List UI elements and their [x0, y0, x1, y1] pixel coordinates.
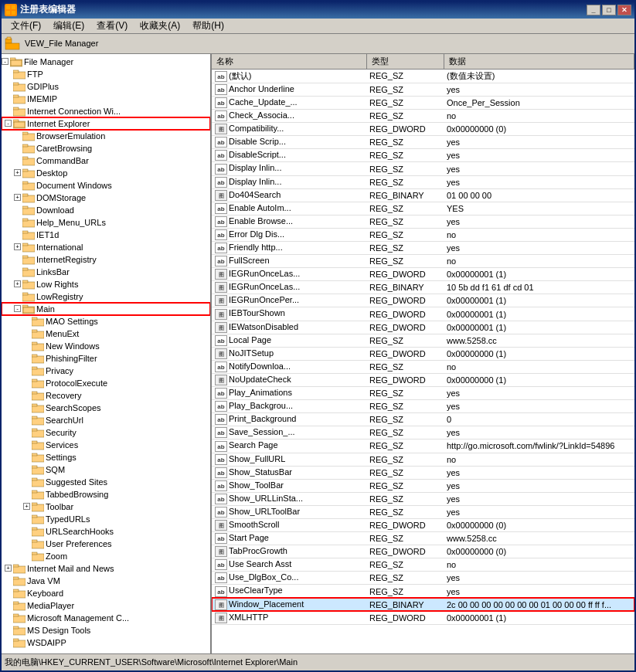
table-row[interactable]: abLocal Page REG_SZ www.5258.cc [212, 334, 634, 347]
tree-item-low-rights[interactable]: + Low Rights [2, 278, 210, 290]
table-row[interactable]: 图IEGRunOnceLas... REG_DWORD 0x00000001 (… [212, 268, 634, 281]
tree-item-document-windows[interactable]: Document Windows [2, 179, 210, 192]
tree-item-links-bar[interactable]: LinksBar [2, 266, 210, 278]
tree-item-sqm[interactable]: SQM [2, 463, 210, 476]
table-row[interactable]: abShow_ToolBar REG_SZ yes [212, 479, 634, 492]
expand-btn-international[interactable]: + [14, 243, 21, 250]
tree-item-internet-explorer[interactable]: - Internet Explorer [2, 117, 210, 130]
tree-item-url-search-hooks[interactable]: URLSearchHooks [2, 525, 210, 538]
table-row[interactable]: 图Do404Search REG_BINARY 01 00 00 00 [212, 188, 634, 202]
table-row[interactable]: abFriendly http... REG_SZ yes [212, 242, 634, 255]
table-row[interactable]: 图IEGRunOncePer... REG_DWORD 0x00000001 (… [212, 294, 634, 307]
tree-item-protocol-execute[interactable]: ProtocolExecute [2, 377, 210, 389]
table-row[interactable]: abCache_Update_... REG_SZ Once_Per_Sessi… [212, 96, 634, 109]
tree-item-iet1d[interactable]: IET1d [2, 229, 210, 241]
tree-item-gdiplus[interactable]: GDIPlus [2, 80, 210, 93]
table-row[interactable]: abUseClearType REG_SZ yes [212, 585, 634, 598]
table-row[interactable]: 图IEBTourShown REG_DWORD 0x00000001 (1) [212, 307, 634, 321]
tree-item-file-manager[interactable]: - File Manager [2, 56, 210, 68]
tree-item-imemip[interactable]: IMEMIP [2, 93, 210, 105]
table-row[interactable]: abShow_StatusBar REG_SZ yes [212, 466, 634, 479]
table-row[interactable]: abSave_Session_... REG_SZ yes [212, 426, 634, 440]
tree-item-typed-urls[interactable]: TypedURLs [2, 513, 210, 525]
tree-item-ms-design-tools[interactable]: MS Design Tools [2, 624, 210, 636]
expand-btn-toolbar[interactable]: + [23, 503, 30, 510]
tree-item-browser-emulation[interactable]: BrowserEmulation [2, 130, 210, 142]
tree-item-internet-conn[interactable]: Internet Connection Wi... [2, 105, 210, 117]
tree-item-recovery[interactable]: Recovery [2, 389, 210, 402]
tree-item-wsdaipp[interactable]: WSDAIPP [2, 636, 210, 649]
tree-item-ftp[interactable]: FTP [2, 68, 210, 80]
table-row[interactable]: abUse Search Asst REG_SZ no [212, 558, 634, 572]
menu-favorites[interactable]: 收藏夹(A) [134, 18, 186, 34]
tree-item-services[interactable]: Services [2, 439, 210, 451]
expand-btn-file-manager[interactable]: - [2, 58, 9, 65]
menu-help[interactable]: 帮助(H) [186, 18, 230, 34]
table-row[interactable]: abEnable AutoIm... REG_SZ YES [212, 202, 634, 215]
expand-btn-main[interactable]: - [14, 305, 21, 312]
expand-btn-internet-mail-news[interactable]: + [5, 565, 12, 572]
maximize-button[interactable]: □ [602, 5, 616, 15]
table-row[interactable]: abPlay_Backgrou... REG_SZ yes [212, 400, 634, 413]
tree-item-user-preferences[interactable]: User Preferences [2, 538, 210, 550]
table-row[interactable]: abEnable Browse... REG_SZ yes [212, 215, 634, 228]
table-row[interactable]: abDisplay Inlin... REG_SZ yes [212, 162, 634, 175]
tree-item-menu-ext[interactable]: MenuExt [2, 328, 210, 340]
tree-item-security[interactable]: Security [2, 426, 210, 439]
tree-item-zoom[interactable]: Zoom [2, 550, 210, 562]
table-row[interactable]: 图IEGRunOnceLas... REG_BINARY 10 5b dd f1… [212, 281, 634, 294]
expand-btn-internet-explorer[interactable]: - [5, 120, 12, 127]
tree-item-low-registry[interactable]: LowRegistry [2, 290, 210, 303]
table-row[interactable]: 图Window_Placement REG_BINARY 2c 00 00 00… [212, 598, 634, 611]
tree-item-download[interactable]: Download [2, 204, 210, 216]
tree-item-internet-registry[interactable]: InternetRegistry [2, 253, 210, 266]
tree-item-keyboard[interactable]: Keyboard [2, 587, 210, 599]
tree-item-command-bar[interactable]: CommandBar [2, 154, 210, 167]
table-row[interactable]: abShow_URLToolBar REG_SZ yes [212, 505, 634, 518]
tree-item-dom-storage[interactable]: + DOMStorage [2, 192, 210, 204]
table-row[interactable]: abError Dlg Dis... REG_SZ no [212, 228, 634, 241]
table-row[interactable]: abPlay_Animations REG_SZ yes [212, 387, 634, 400]
table-row[interactable]: abStart Page REG_SZ www.5258.cc [212, 532, 634, 545]
table-row[interactable]: abDisableScript... REG_SZ yes [212, 149, 634, 162]
table-row[interactable]: 图SmoothScroll REG_DWORD 0x00000000 (0) [212, 518, 634, 531]
table-row[interactable]: abDisplay Inlin... REG_SZ yes [212, 175, 634, 188]
close-button[interactable]: ✕ [617, 5, 631, 15]
tree-item-toolbar[interactable]: + Toolbar [2, 501, 210, 513]
table-row[interactable]: 图Compatibility... REG_DWORD 0x00000000 (… [212, 123, 634, 136]
tree-item-ms-management-c[interactable]: Microsoft Management C... [2, 612, 210, 624]
table-row[interactable]: 图IEWatsonDisabled REG_DWORD 0x00000001 (… [212, 321, 634, 334]
table-row[interactable]: abUse_DlgBox_Co... REG_SZ yes [212, 572, 634, 585]
table-row[interactable]: abFullScreen REG_SZ no [212, 255, 634, 268]
expand-btn-desktop[interactable]: + [14, 169, 21, 176]
table-row[interactable]: abShow_FullURL REG_SZ no [212, 453, 634, 466]
tree-item-search-scopes[interactable]: SearchScopes [2, 402, 210, 414]
table-row[interactable]: abPrint_Background REG_SZ 0 [212, 413, 634, 426]
table-row[interactable]: abCheck_Associa... REG_SZ no [212, 110, 634, 123]
menu-file[interactable]: 文件(F) [5, 18, 47, 34]
tree-item-caret-browsing[interactable]: CaretBrowsing [2, 142, 210, 154]
menu-view[interactable]: 查看(V) [90, 18, 134, 34]
tree-item-help-menu-urls[interactable]: Help_Menu_URLs [2, 216, 210, 229]
tree-item-privacy[interactable]: Privacy [2, 365, 210, 377]
table-row[interactable]: abSearch Page REG_SZ http://go.microsoft… [212, 440, 634, 453]
tree-item-international[interactable]: + International [2, 241, 210, 253]
tree-item-java-vm[interactable]: Java VM [2, 575, 210, 587]
table-row[interactable]: 图XMLHTTP REG_DWORD 0x00000001 (1) [212, 611, 634, 624]
tree-item-search-url[interactable]: SearchUrl [2, 414, 210, 426]
expand-btn-low-rights[interactable]: + [14, 280, 21, 287]
tree-item-internet-mail-news[interactable]: + Internet Mail and News [2, 562, 210, 575]
tree-item-new-windows[interactable]: New Windows [2, 340, 210, 352]
minimize-button[interactable]: _ [587, 5, 600, 15]
tree-item-media-player[interactable]: MediaPlayer [2, 599, 210, 612]
tree-item-mao-settings[interactable]: MAO Settings [2, 315, 210, 328]
table-row[interactable]: abNotifyDownloa... REG_SZ no [212, 360, 634, 373]
menu-edit[interactable]: 编辑(E) [47, 18, 90, 34]
expand-btn-dom-storage[interactable]: + [14, 194, 21, 201]
table-row[interactable]: 图TabProcGrowth REG_DWORD 0x00000000 (0) [212, 545, 634, 558]
tree-item-phishing-filter[interactable]: PhishingFilter [2, 352, 210, 365]
tree-item-suggested-sites[interactable]: Suggested Sites [2, 476, 210, 488]
tree-item-tabbed-browsing[interactable]: TabbedBrowsing [2, 488, 210, 501]
tree-item-desktop[interactable]: + Desktop [2, 167, 210, 179]
table-row[interactable]: ab(默认) REG_SZ (数值未设置) [212, 69, 634, 83]
